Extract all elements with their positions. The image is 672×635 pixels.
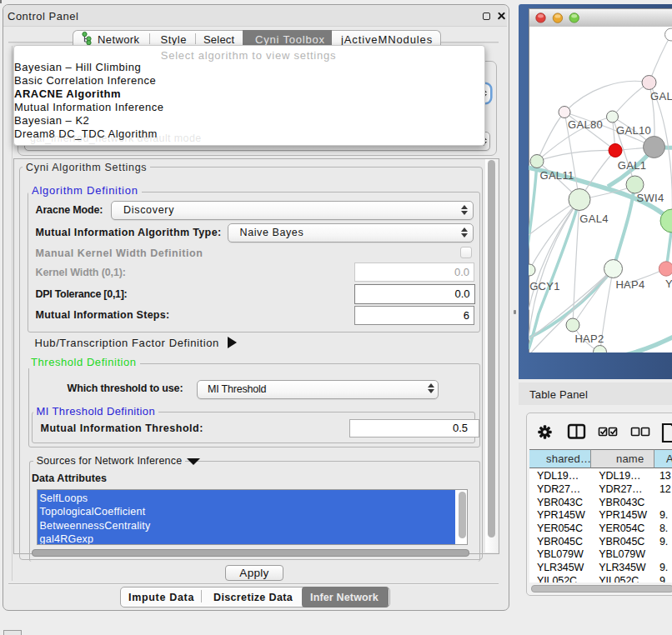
svg-text:GAL4: GAL4	[579, 212, 608, 224]
svg-text:GAL10: GAL10	[616, 124, 651, 137]
svg-text:HAP4: HAP4	[615, 278, 644, 291]
svg-text:YM: YM	[665, 278, 672, 290]
svg-text:GAL80: GAL80	[568, 118, 603, 131]
svg-text:HAP2: HAP2	[574, 332, 604, 344]
svg-text:GCY1: GCY1	[529, 279, 560, 292]
svg-text:GAL11: GAL11	[539, 168, 574, 181]
svg-text:GAL1: GAL1	[618, 159, 646, 172]
svg-text:SWI4: SWI4	[637, 192, 664, 204]
svg-text:GAL2: GAL2	[650, 90, 672, 102]
